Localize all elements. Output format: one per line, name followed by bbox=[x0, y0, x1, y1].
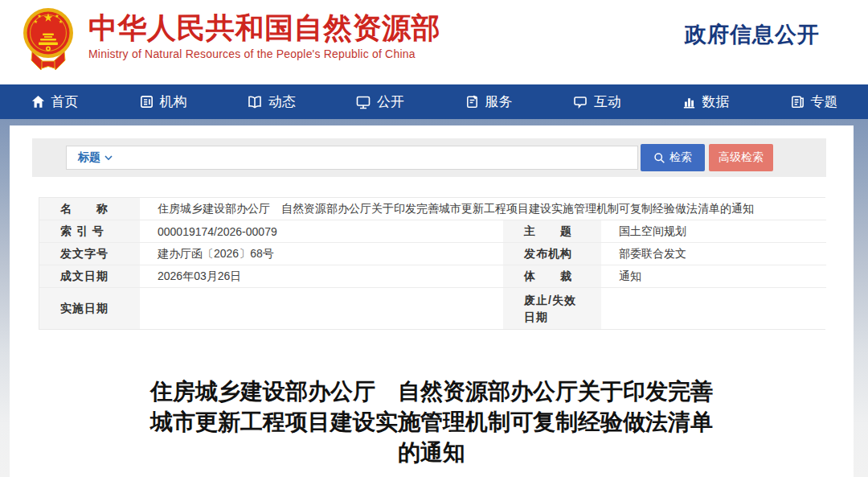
search-icon bbox=[653, 152, 665, 164]
nav-label: 动态 bbox=[268, 93, 296, 111]
national-emblem-icon bbox=[23, 6, 74, 74]
nav-item-home[interactable]: 首页 bbox=[0, 84, 108, 119]
meta-label-genre: 体 裁 bbox=[503, 265, 601, 288]
disclosure-monitor-icon bbox=[355, 94, 371, 110]
advanced-search-button[interactable]: 高级检索 bbox=[709, 144, 773, 171]
nav-item-topics[interactable]: 专题 bbox=[760, 84, 868, 119]
meta-label-agency: 发布机构 bbox=[503, 243, 601, 265]
site-header: 中华人民共和国自然资源部 Ministry of Natural Resourc… bbox=[0, 0, 868, 84]
search-button-label: 检索 bbox=[669, 150, 692, 165]
nav-item-service[interactable]: 服务 bbox=[434, 84, 542, 119]
nav-label: 公开 bbox=[377, 93, 404, 111]
interaction-chat-icon bbox=[572, 94, 588, 110]
service-document-icon bbox=[465, 94, 480, 109]
search-bar: 标题 检索 高级检索 bbox=[32, 138, 826, 177]
search-box: 标题 bbox=[66, 146, 638, 170]
nav-label: 专题 bbox=[811, 93, 838, 111]
nav-label: 机构 bbox=[160, 93, 187, 111]
document-title: 住房城乡建设部办公厅 自然资源部办公厅关于印发完善城市更新工程项目建设实施管理机… bbox=[144, 376, 719, 468]
org-title-block: 中华人民共和国自然资源部 Ministry of Natural Resourc… bbox=[88, 10, 440, 60]
meta-label-name: 名 称 bbox=[39, 198, 140, 220]
meta-label-docnum: 发文字号 bbox=[39, 243, 140, 265]
meta-label-implementation: 实施日期 bbox=[39, 288, 140, 329]
advanced-search-label: 高级检索 bbox=[719, 150, 764, 165]
nav-item-disclosure[interactable]: 公开 bbox=[326, 84, 434, 119]
org-subtitle: Ministry of Natural Resources of the Peo… bbox=[88, 47, 440, 60]
meta-label-expiry-line1: 废止/失效 bbox=[524, 292, 576, 309]
search-input[interactable] bbox=[119, 147, 637, 168]
nav-label: 首页 bbox=[51, 93, 79, 111]
meta-value-name: 住房城乡建设部办公厅 自然资源部办公厅关于印发完善城市更新工程项目建设实施管理机… bbox=[140, 198, 826, 220]
meta-label-subject: 主 题 bbox=[503, 220, 601, 243]
meta-label-index: 索 引 号 bbox=[39, 220, 140, 243]
meta-value-expiry bbox=[601, 288, 826, 329]
data-chart-icon bbox=[682, 94, 697, 109]
meta-value-index: 000019174/2026-00079 bbox=[140, 220, 503, 243]
main-nav: 首页 机构 动态 公开 服务 互动 数据 专题 bbox=[0, 84, 868, 119]
meta-value-genre: 通知 bbox=[601, 265, 826, 288]
site-logo[interactable] bbox=[23, 6, 74, 74]
meta-value-implementation bbox=[140, 288, 503, 329]
gov-info-disclosure-link[interactable]: 政府信息公开 bbox=[685, 20, 820, 49]
document-meta-table: 名 称 住房城乡建设部办公厅 自然资源部办公厅关于印发完善城市更新工程项目建设实… bbox=[39, 197, 825, 330]
org-title: 中华人民共和国自然资源部 bbox=[88, 10, 440, 46]
chevron-down-icon bbox=[104, 155, 113, 161]
page-background: 标题 检索 高级检索 名 称 住房城乡建设部办公厅 自然资源部办公厅关于印发完善… bbox=[0, 119, 868, 477]
meta-value-agency: 部委联合发文 bbox=[601, 243, 826, 265]
search-field-selector-label: 标题 bbox=[78, 150, 100, 165]
home-icon bbox=[31, 94, 46, 109]
search-field-selector[interactable]: 标题 bbox=[78, 150, 113, 165]
news-book-icon bbox=[247, 94, 263, 110]
meta-value-docnum: 建办厅函〔2026〕68号 bbox=[140, 243, 503, 265]
nav-item-interaction[interactable]: 互动 bbox=[542, 84, 651, 119]
meta-value-subject: 国土空间规划 bbox=[601, 220, 826, 243]
search-button[interactable]: 检索 bbox=[641, 144, 705, 171]
nav-item-data[interactable]: 数据 bbox=[651, 84, 760, 119]
content-panel: 标题 检索 高级检索 名 称 住房城乡建设部办公厅 自然资源部办公厅关于印发完善… bbox=[10, 125, 854, 477]
nav-item-organization[interactable]: 机构 bbox=[108, 84, 217, 119]
meta-value-date: 2026年03月26日 bbox=[140, 265, 503, 288]
nav-label: 互动 bbox=[594, 93, 621, 111]
organization-icon bbox=[139, 94, 154, 109]
meta-label-expiry: 废止/失效 日期 bbox=[503, 288, 601, 329]
nav-label: 服务 bbox=[485, 93, 513, 111]
nav-item-news[interactable]: 动态 bbox=[217, 84, 326, 119]
topics-newspaper-icon bbox=[790, 94, 805, 109]
meta-label-date: 成文日期 bbox=[39, 265, 140, 288]
nav-label: 数据 bbox=[702, 93, 730, 111]
meta-label-expiry-line2: 日期 bbox=[524, 309, 548, 326]
